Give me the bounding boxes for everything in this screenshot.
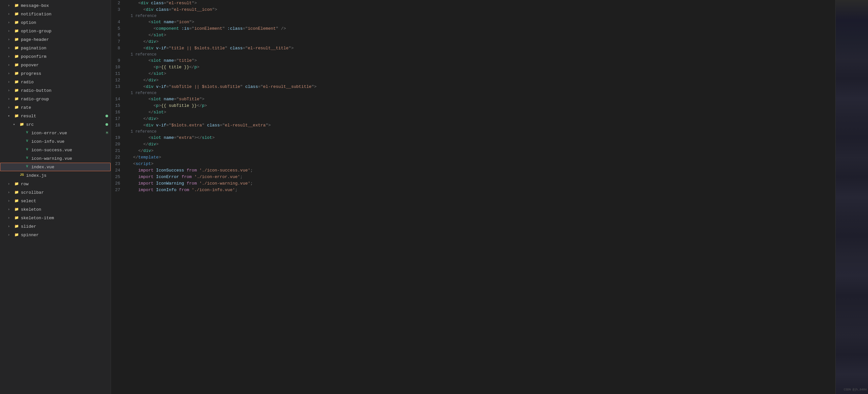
collapse-arrow	[8, 29, 13, 33]
vue-file-icon: V	[24, 156, 30, 161]
collapse-arrow	[8, 216, 13, 220]
code-editor[interactable]: 2 <div class="el-result"> 3 <div class="…	[111, 0, 835, 394]
minimap-content	[836, 0, 868, 394]
sidebar-item-label: option	[21, 20, 36, 25]
code-reference: 1 reference	[111, 129, 835, 134]
sidebar-item-row[interactable]: 📁 row	[0, 180, 111, 188]
sidebar-item-option[interactable]: 📁 option	[0, 18, 111, 27]
sidebar-item-icon-warning-vue[interactable]: V icon-warning.vue	[0, 154, 111, 163]
sidebar-item-popover[interactable]: 📁 popover	[0, 61, 111, 69]
sidebar-item-label: progress	[21, 71, 41, 76]
sidebar-item-label: slider	[21, 224, 36, 229]
sidebar-item-label: icon-error.vue	[31, 131, 67, 135]
collapse-arrow	[8, 21, 13, 25]
code-line: 14 <slot name="subTitle">	[111, 96, 835, 102]
minimap[interactable]: CSDN @jh_0484	[835, 0, 868, 394]
sidebar-item-popconfirm[interactable]: 📁 popconfirm	[0, 52, 111, 61]
sidebar-item-page-header[interactable]: 📁 page-header	[0, 35, 111, 44]
collapse-arrow	[8, 4, 13, 7]
sidebar-item-radio-group[interactable]: 📁 radio-group	[0, 95, 111, 103]
code-line: 7 </div>	[111, 38, 835, 45]
folder-icon: 📁	[19, 122, 25, 127]
folder-icon: 📁	[14, 97, 20, 101]
sidebar-item-label: message-box	[21, 3, 49, 8]
sidebar-item-label: notification	[21, 12, 52, 17]
sidebar-item-select[interactable]: 📁 select	[0, 197, 111, 205]
sidebar-item-rate[interactable]: 📁 rate	[0, 103, 111, 112]
collapse-arrow	[8, 199, 13, 203]
sidebar-item-label: icon-warning.vue	[31, 156, 72, 161]
folder-icon: 📁	[14, 29, 20, 33]
sidebar-item-result[interactable]: 📁 result	[0, 112, 111, 120]
sidebar-item-label: pagination	[21, 46, 46, 51]
sidebar-item-label: radio-group	[21, 97, 49, 101]
sidebar-item-label: page-header	[21, 37, 49, 42]
code-line: 21 </div>	[111, 148, 835, 154]
sidebar-item-index-vue[interactable]: V index.vue	[0, 163, 111, 171]
modified-badge	[105, 123, 108, 126]
sidebar-item-label: rate	[21, 105, 31, 110]
folder-icon: 📁	[14, 233, 20, 237]
sidebar-item-spinner[interactable]: 📁 spinner	[0, 231, 111, 239]
folder-icon: 📁	[14, 105, 20, 110]
code-line: 27 import IconInfo from './icon-info.vue…	[111, 187, 835, 193]
modified-badge	[105, 115, 108, 117]
code-line: 3 <div class="el-result__icon">	[111, 6, 835, 13]
code-line: 23 <script>	[111, 161, 835, 167]
folder-icon: 📁	[14, 63, 20, 67]
code-line: 17 </div>	[111, 116, 835, 122]
collapse-arrow	[8, 97, 13, 101]
collapse-arrow	[8, 233, 13, 237]
collapse-arrow	[13, 122, 18, 126]
sidebar-item-label: scrollbar	[21, 190, 44, 195]
folder-icon: 📁	[14, 88, 20, 93]
sidebar-item-label: index.vue	[31, 165, 54, 170]
collapse-arrow	[8, 80, 13, 84]
code-reference: 1 reference	[111, 13, 835, 19]
sidebar-item-label: icon-success.vue	[31, 148, 72, 153]
folder-icon: 📁	[14, 3, 20, 8]
sidebar-item-progress[interactable]: 📁 progress	[0, 69, 111, 78]
sidebar-item-scrollbar[interactable]: 📁 scrollbar	[0, 188, 111, 197]
code-line: 11 </slot>	[111, 70, 835, 77]
folder-icon: 📁	[14, 224, 20, 229]
collapse-arrow	[8, 47, 13, 50]
sidebar-item-icon-success-vue[interactable]: V icon-success.vue	[0, 146, 111, 154]
collapse-arrow	[8, 12, 13, 16]
collapse-arrow	[8, 225, 13, 229]
sidebar-item-option-group[interactable]: 📁 option-group	[0, 27, 111, 35]
sidebar-item-index-js[interactable]: JS index.js	[0, 171, 111, 180]
sidebar-item-slider[interactable]: 📁 slider	[0, 222, 111, 231]
sidebar-item-label: result	[21, 114, 36, 119]
file-tree[interactable]: 📁 message-box 📁 notification 📁 option 📁 …	[0, 0, 111, 394]
sidebar-item-message-box[interactable]: 📁 message-box	[0, 1, 111, 10]
code-line: 2 <div class="el-result">	[111, 0, 835, 6]
folder-icon: 📁	[14, 216, 20, 220]
code-reference: 1 reference	[111, 90, 835, 96]
sidebar-item-src[interactable]: 📁 src	[0, 120, 111, 129]
sidebar-item-icon-info-vue[interactable]: V icon-info.vue	[0, 137, 111, 146]
collapse-arrow	[8, 38, 13, 41]
folder-icon: 📁	[14, 20, 20, 25]
code-line: 9 <slot name="title">	[111, 58, 835, 64]
sidebar-item-skeleton-item[interactable]: 📁 skeleton-item	[0, 214, 111, 222]
sidebar-item-icon-error-vue[interactable]: V icon-error.vue M	[0, 129, 111, 137]
sidebar-item-radio[interactable]: 📁 radio	[0, 78, 111, 86]
sidebar-item-pagination[interactable]: 📁 pagination	[0, 44, 111, 52]
js-file-icon: JS	[19, 173, 25, 178]
sidebar-item-notification[interactable]: 📁 notification	[0, 10, 111, 18]
folder-icon: 📁	[14, 199, 20, 203]
modified-badge-m: M	[106, 131, 108, 135]
code-line: 20 </div>	[111, 141, 835, 148]
folder-icon: 📁	[14, 54, 20, 59]
folder-icon: 📁	[14, 207, 20, 212]
code-line: 24 import IconSuccess from './icon-succe…	[111, 167, 835, 174]
sidebar-item-skeleton[interactable]: 📁 skeleton	[0, 205, 111, 214]
code-line: 4 <slot name="icon">	[111, 19, 835, 26]
folder-icon: 📁	[14, 46, 20, 50]
folder-icon: 📁	[14, 182, 20, 186]
sidebar-item-label: option-group	[21, 29, 52, 34]
code-line: 22 </template>	[111, 154, 835, 161]
vue-file-icon: V	[24, 131, 30, 135]
sidebar-item-radio-button[interactable]: 📁 radio-button	[0, 86, 111, 95]
